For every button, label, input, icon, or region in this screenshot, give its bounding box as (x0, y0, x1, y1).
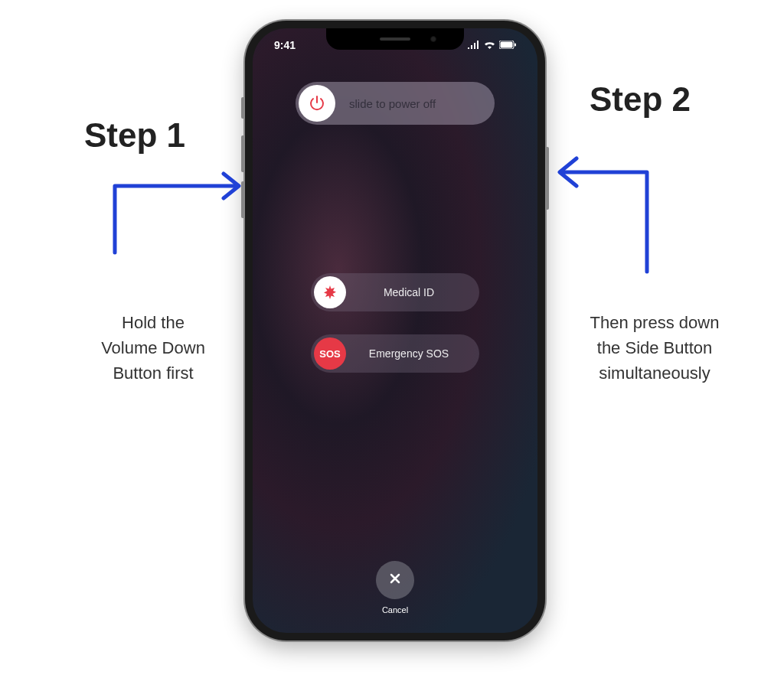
cancel-button[interactable] (376, 561, 414, 599)
medical-icon (314, 276, 346, 308)
side-button[interactable] (545, 147, 549, 210)
arrow-step2 (555, 134, 662, 279)
sos-badge: SOS (314, 337, 346, 370)
battery-icon (499, 39, 516, 51)
medical-id-slider[interactable]: Medical ID (311, 273, 479, 311)
medical-id-label: Medical ID (357, 286, 476, 298)
power-icon (299, 85, 335, 122)
phone-mockup: 9:41 (245, 21, 545, 641)
step2-text: Then press down the Side Button simultan… (574, 310, 735, 386)
close-icon (387, 571, 403, 589)
cancel-label: Cancel (376, 605, 414, 614)
svg-rect-2 (514, 44, 516, 47)
emergency-sos-label: Emergency SOS (357, 347, 476, 360)
arrow-step1 (107, 165, 245, 256)
wifi-icon (484, 39, 495, 51)
phone-screen: 9:41 (253, 28, 537, 633)
step1-text: Hold the Volume Down Button first (77, 310, 230, 386)
power-off-slider[interactable]: slide to power off (296, 82, 495, 125)
step1-title: Step 1 (84, 116, 185, 155)
phone-notch (326, 28, 464, 50)
status-time: 9:41 (274, 39, 296, 51)
step2-title: Step 2 (590, 80, 691, 119)
power-off-label: slide to power off (349, 97, 492, 110)
emergency-sos-slider[interactable]: SOS Emergency SOS (311, 334, 479, 373)
signal-icon (468, 39, 480, 51)
svg-rect-1 (501, 42, 513, 48)
